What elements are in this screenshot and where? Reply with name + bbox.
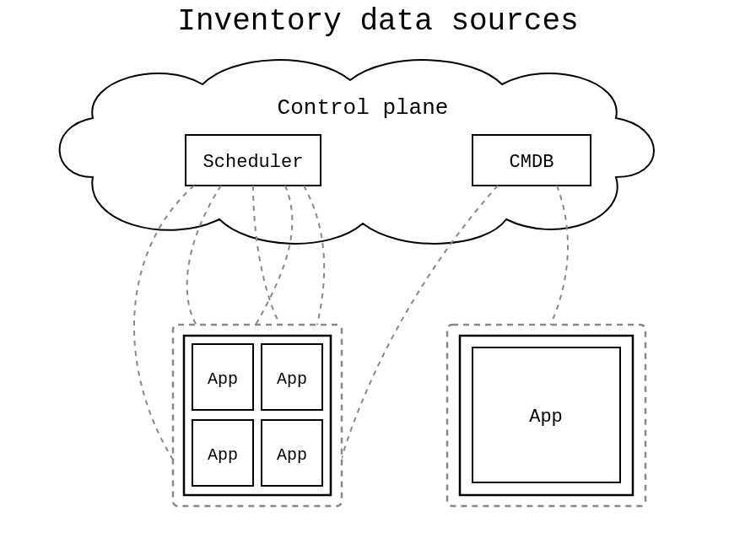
diagram-title: Inventory data sources [177,4,578,39]
right-app-0-label: App [529,407,563,428]
left-app-1-label: App [277,369,307,389]
cmdb-label: CMDB [510,152,554,173]
left-app-3-label: App [277,445,307,465]
conn-cmdb-righthost [548,186,568,329]
left-app-2-label: App [208,445,238,465]
right-host: App [447,325,645,506]
conn-scheduler-app0 [187,186,221,342]
left-host: App App App App [173,325,342,506]
diagram-canvas: Inventory data sources Control plane Sch… [0,0,756,544]
control-plane-label: Control plane [278,95,449,121]
svg-rect-2 [173,325,342,506]
scheduler-label: Scheduler [203,152,304,173]
conn-scheduler-app1 [253,186,292,342]
left-app-0-label: App [208,369,238,389]
cmdb-box: CMDB [472,135,591,186]
scheduler-box: Scheduler [186,135,321,186]
